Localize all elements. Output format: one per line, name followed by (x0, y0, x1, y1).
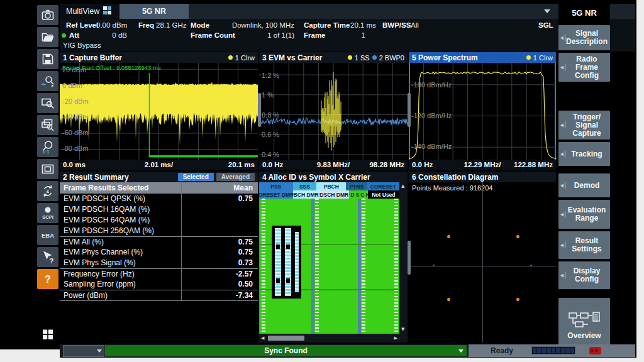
zoom-1to1-button[interactable]: 1:1 (37, 137, 58, 157)
zoom-trace-button[interactable] (37, 71, 58, 91)
softkey-column: 5G NR Signal DescriptionRadio Frame Conf… (558, 0, 610, 362)
message-dropdown-icon[interactable] (458, 349, 464, 353)
softkey-radio-frame-config[interactable]: Radio Frame Config (558, 53, 610, 82)
scroll-left-icon[interactable]: ◀ (261, 336, 264, 341)
capture-time-label: Capture Time (304, 21, 350, 29)
vertical-scrollbar[interactable]: ▲ ▼ (399, 182, 408, 334)
softkey-result-settings[interactable]: Result Settings (558, 231, 610, 259)
windows-start-button[interactable] (37, 324, 58, 344)
multiview-grid-icon (103, 6, 111, 16)
softkey-overview[interactable]: Overview (558, 298, 610, 346)
tab-list-dropdown-icon[interactable] (544, 9, 550, 13)
trace1-dot-icon (228, 55, 233, 60)
evm-title: 3 EVM vs Carrier (262, 53, 322, 62)
zoom-area-button[interactable] (37, 93, 58, 113)
softkey-display-config[interactable]: Display Config (558, 261, 610, 289)
window-constellation[interactable]: 6 Constellation Diagram Points Measured … (409, 172, 556, 343)
tab-selected[interactable]: Selected (178, 173, 214, 181)
capture-buffer-title: 1 Capture Buffer (63, 53, 122, 62)
ready-status: Ready (491, 346, 513, 355)
tab-5g-nr[interactable]: 5G NR (119, 4, 189, 19)
att-label: Att (69, 31, 79, 39)
help-button[interactable]: ? (37, 269, 58, 289)
sweep-refresh-button[interactable]: s (37, 181, 58, 201)
horizontal-scrollbar[interactable]: ◀ ▶ (259, 334, 408, 343)
scroll-down-icon[interactable]: ▼ (401, 327, 404, 332)
error-indicator-icon (589, 347, 601, 354)
softkey-arrow-icon (560, 182, 565, 189)
legend-pbch: PBCH (316, 182, 346, 190)
sync-status-banner: Sync Found (105, 345, 467, 356)
result-summary-header-row: Frame Results Selected Mean (60, 182, 258, 194)
display-frame-button[interactable] (37, 159, 58, 179)
capture-buffer-titlebar: 1 Capture Buffer 1 Clrw (60, 52, 258, 63)
help-pointer-button[interactable]: ? (37, 247, 58, 267)
y-tick: -120 dBm/Hz (411, 112, 452, 119)
y-tick: 0.6 % (262, 131, 279, 138)
camera-button[interactable] (37, 5, 58, 25)
constellation-titlebar: 6 Constellation Diagram (409, 172, 556, 182)
scpi-button[interactable]: SCPI (37, 203, 58, 223)
multi-zoom-button[interactable] (37, 115, 58, 135)
y-tick: 1.2 % (262, 72, 279, 79)
att-status-led (62, 33, 66, 38)
status-dropdown[interactable] (63, 345, 104, 357)
constellation-plot: Points Measured : 916204 (409, 182, 556, 343)
alloc-id-titlebar: 4 Alloc ID vs Symbol X Carrier (259, 172, 408, 182)
instrument-screen: 1:1sSCPIEBA?? MultiView 5G NR Ref Level … (0, 0, 644, 362)
display-frame-icon (40, 162, 55, 177)
softkey-demod[interactable]: Demod (558, 173, 610, 197)
status-bar: Sync Found Ready (60, 344, 635, 357)
window-splitter-handle[interactable] (408, 241, 411, 275)
legend-pss: PSS (259, 182, 293, 190)
window-capture-buffer[interactable]: 1 Capture Buffer 1 Clrw Frame Start Offs… (60, 52, 258, 170)
open-folder-icon (40, 30, 55, 45)
save-button[interactable] (37, 49, 58, 69)
window-result-summary[interactable]: 2 Result Summary Selected Averaged Frame… (60, 172, 258, 343)
eba-button[interactable]: EBA (37, 225, 58, 245)
window-splitter-handle[interactable] (258, 93, 261, 127)
open-folder-button[interactable] (37, 27, 58, 47)
evm-titlebar: 3 EVM vs Carrier 1 SS 2 BWP0 (259, 52, 408, 63)
trace1-dot-icon (526, 55, 531, 60)
help-pointer-icon: ? (40, 250, 55, 265)
trace1-dot-icon (348, 55, 352, 60)
evm-x-axis: 0.0 Hz 9.83 MHz/ 98.28 MHz (259, 160, 408, 170)
scroll-up-icon[interactable]: ▲ (401, 184, 404, 189)
tab-averaged[interactable]: Averaged (216, 173, 255, 181)
legend-coreset-dmrs: CORESET DMRS (259, 190, 293, 199)
y-tick: -40 dBm (62, 113, 89, 121)
result-summary-titlebar: 2 Result Summary Selected Averaged (60, 172, 258, 182)
ref-level-label: Ref Level (66, 21, 98, 29)
window-alloc-id[interactable]: 4 Alloc ID vs Symbol X Carrier PSSSSSPBC… (259, 172, 408, 343)
y-tick: -100 dBm/Hz (411, 81, 452, 89)
single-sweep-badge: SGL (538, 21, 553, 29)
softkey-trigger-signal-capture[interactable]: Trigger/ Signal Capture (558, 111, 610, 140)
table-bottom-rule (60, 300, 258, 301)
channel-tab-bar: MultiView 5G NR (60, 4, 635, 19)
sweep-refresh-icon: s (40, 184, 55, 199)
scroll-right-icon[interactable]: ▶ (394, 336, 397, 341)
scrollbar-thumb[interactable] (268, 336, 304, 341)
bwp-ss-label: BWP/SS (382, 21, 411, 29)
window-power-spectrum[interactable]: 5 Power Spectrum 1 Clrw -100 dBm/Hz -120… (409, 52, 556, 170)
frame-count-value: 1 of 1(1) (252, 31, 294, 39)
freq-label: Freq (138, 21, 154, 29)
window-splitter-handle[interactable] (408, 93, 411, 127)
window-evm-vs-carrier[interactable]: 3 EVM vs Carrier 1 SS 2 BWP0 1.2 % 1 % 0… (259, 52, 408, 170)
trace2-dot-icon (372, 55, 377, 60)
eba-icon: EBA (40, 228, 55, 243)
column-divider (181, 182, 182, 300)
ssb-block (272, 226, 301, 299)
bwp-ss-value: All (411, 21, 419, 29)
evm-legend: 1 SS 2 BWP0 (348, 54, 404, 62)
result-row-evm-phys-signal: EVM Phys Signal (%)0.73 (60, 258, 258, 268)
softkey-evaluation-range[interactable]: Evaluation Range (558, 200, 610, 229)
softkey-signal-description[interactable]: Signal Description (558, 25, 610, 50)
constellation-point (516, 298, 519, 301)
svg-text:EBA: EBA (42, 232, 54, 239)
alloc-legend-row2: CORESET DMRSPBCH DMRSPDSCH DMRSPDSCHNot … (259, 190, 399, 199)
softkey-tracking[interactable]: Tracking (558, 142, 610, 166)
tab-5g-nr-label: 5G NR (142, 7, 166, 16)
frame-count-label: Frame Count (191, 31, 235, 39)
